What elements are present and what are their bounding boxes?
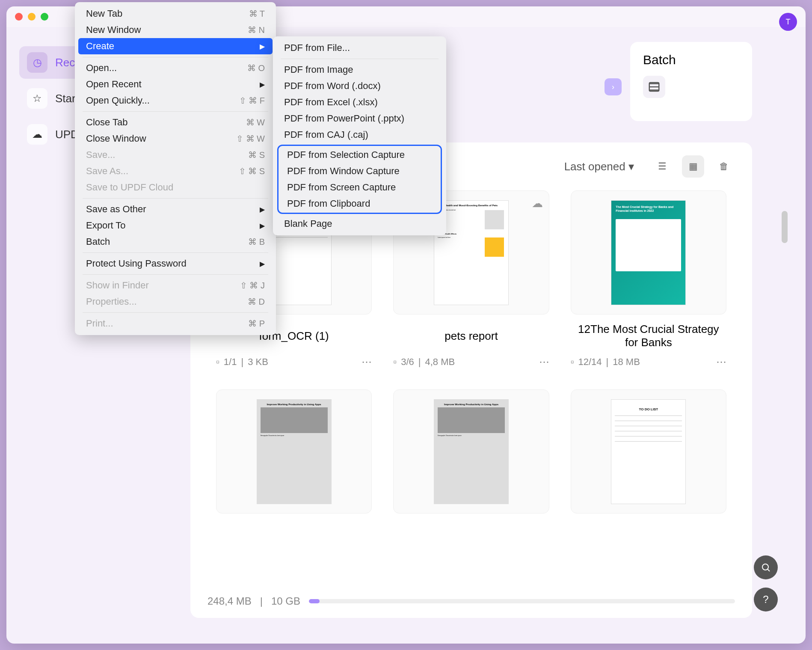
clock-icon: ◷ <box>27 52 47 73</box>
menu-item[interactable]: Open Quickly...⇧ ⌘ F <box>78 92 273 109</box>
file-name: 12The Most Crucial Strategy for Banks <box>571 321 726 351</box>
traffic-lights <box>15 13 48 21</box>
more-icon[interactable]: ⋯ <box>716 356 726 368</box>
cloud-sync-icon: ☁ <box>532 197 543 210</box>
menu-item[interactable]: Close Window⇧ ⌘ W <box>78 131 273 147</box>
file-thumbnail: TO DO LIST <box>571 389 726 513</box>
submenu-item[interactable]: PDF from File... <box>276 40 443 56</box>
file-thumbnail: Improve Working Productivity in Using Ap… <box>216 389 372 513</box>
file-meta: ▫ 12/14 | 18 MB ⋯ <box>571 356 726 368</box>
submenu-item[interactable]: PDF from Window Capture <box>279 163 440 179</box>
grid-view-button[interactable]: ▦ <box>682 155 704 178</box>
batch-title: Batch <box>643 53 739 67</box>
chevron-down-icon: ▾ <box>628 160 634 173</box>
menu-item[interactable]: Batch⌘ B <box>78 234 273 250</box>
stack-icon <box>643 76 665 98</box>
page-icon: ▫ <box>393 356 397 368</box>
file-pages: 3/6 <box>401 356 414 368</box>
menu-item[interactable]: New Window⌘ N <box>78 22 273 38</box>
maximize-window-button[interactable] <box>41 13 48 21</box>
file-thumbnail: Improve Working Productivity in Using Ap… <box>393 389 549 513</box>
submenu-item[interactable]: PDF from Word (.docx) <box>276 78 443 94</box>
submenu-item[interactable]: Blank Page <box>276 216 443 232</box>
chevron-right-icon: ▶ <box>260 222 265 230</box>
file-pages: 1/1 <box>224 356 237 368</box>
menu-item[interactable]: Export To▶ <box>78 217 273 234</box>
batch-card[interactable]: Batch <box>630 42 752 121</box>
delete-button[interactable]: 🗑 <box>713 155 735 178</box>
menu-item[interactable]: Save as Other▶ <box>78 201 273 217</box>
submenu-item[interactable]: PDF from Clipboard <box>279 196 440 212</box>
file-menu: New Tab⌘ TNew Window⌘ NCreate▶Open...⌘ O… <box>75 2 276 335</box>
menu-item: Show in Finder⇧ ⌘ J <box>78 277 273 294</box>
submenu-item[interactable]: PDF from Image <box>276 62 443 78</box>
menu-item[interactable]: Close Tab⌘ W <box>78 114 273 131</box>
file-card[interactable]: Improve Working Productivity in Using Ap… <box>216 389 372 520</box>
page-icon: ▫ <box>571 356 574 368</box>
sort-dropdown[interactable]: Last opened ▾ <box>564 160 634 173</box>
submenu-item[interactable]: PDF from Excel (.xlsx) <box>276 94 443 110</box>
file-meta: ▫ 3/6 | 4,8 MB ⋯ <box>393 356 549 368</box>
menu-item: Save As...⇧ ⌘ S <box>78 163 273 179</box>
menu-item[interactable]: New Tab⌘ T <box>78 6 273 22</box>
file-size: 3 KB <box>248 356 268 368</box>
storage-used: 248,4 MB <box>207 595 252 607</box>
file-pages: 12/14 <box>578 356 602 368</box>
file-name: pets report <box>393 321 549 351</box>
chevron-right-icon: ▶ <box>260 80 265 89</box>
menu-item[interactable]: Open Recent▶ <box>78 76 273 92</box>
submenu-item[interactable]: PDF from Selection Capture <box>279 147 440 163</box>
file-card[interactable]: TO DO LIST <box>571 389 726 520</box>
chevron-right-icon: ▶ <box>260 205 265 214</box>
menu-item: Print...⌘ P <box>78 315 273 332</box>
submenu-item[interactable]: PDF from Screen Capture <box>279 179 440 196</box>
menu-item[interactable]: Protect Using Password▶ <box>78 255 273 272</box>
files-grid: TO DO LIST form_OCR (1) ▫ 1/1 | 3 KB ⋯ <box>207 190 735 520</box>
storage-bar: 248,4 MB | 10 GB <box>207 595 735 607</box>
submenu-item[interactable]: PDF from PowerPoint (.pptx) <box>276 110 443 127</box>
more-icon[interactable]: ⋯ <box>539 356 549 368</box>
chevron-right-icon: ▶ <box>260 260 265 268</box>
help-fab[interactable]: ? <box>754 588 778 611</box>
close-window-button[interactable] <box>15 13 23 21</box>
storage-total: 10 GB <box>271 595 300 607</box>
menu-item: Save to UPDF Cloud <box>78 179 273 196</box>
minimize-window-button[interactable] <box>28 13 36 21</box>
file-card[interactable]: Improve Working Productivity in Using Ap… <box>393 389 549 520</box>
search-fab[interactable] <box>754 555 778 579</box>
page-icon: ▫ <box>216 356 219 368</box>
file-size: 4,8 MB <box>425 356 455 368</box>
file-meta: ▫ 1/1 | 3 KB ⋯ <box>216 356 372 368</box>
svg-point-1 <box>762 564 768 570</box>
create-submenu: PDF from File...PDF from ImagePDF from W… <box>273 36 446 235</box>
submenu-item[interactable]: PDF from CAJ (.caj) <box>276 127 443 143</box>
cloud-icon: ☁ <box>27 124 47 145</box>
app-window: T ◷ Recent ☆ Starred ☁ UPDF Cloud › Batc… <box>6 6 806 644</box>
scrollbar-thumb[interactable] <box>782 211 788 243</box>
menu-item: Properties...⌘ D <box>78 294 273 310</box>
chevron-right-icon: ▶ <box>260 42 265 50</box>
storage-fill <box>309 599 320 603</box>
storage-track <box>309 599 735 603</box>
file-thumbnail: The Most Crucial Strategy for Banks and … <box>571 190 726 315</box>
menu-item[interactable]: Open...⌘ O <box>78 60 273 76</box>
star-icon: ☆ <box>27 88 47 109</box>
chevron-right-button[interactable]: › <box>605 78 622 95</box>
more-icon[interactable]: ⋯ <box>362 356 372 368</box>
file-size: 18 MB <box>613 356 640 368</box>
file-card[interactable]: The Most Crucial Strategy for Banks and … <box>571 190 726 368</box>
svg-line-2 <box>768 569 770 571</box>
menu-item[interactable]: Create▶ <box>78 38 273 54</box>
menu-item: Save...⌘ S <box>78 147 273 163</box>
list-view-button[interactable]: ☰ <box>651 155 673 178</box>
